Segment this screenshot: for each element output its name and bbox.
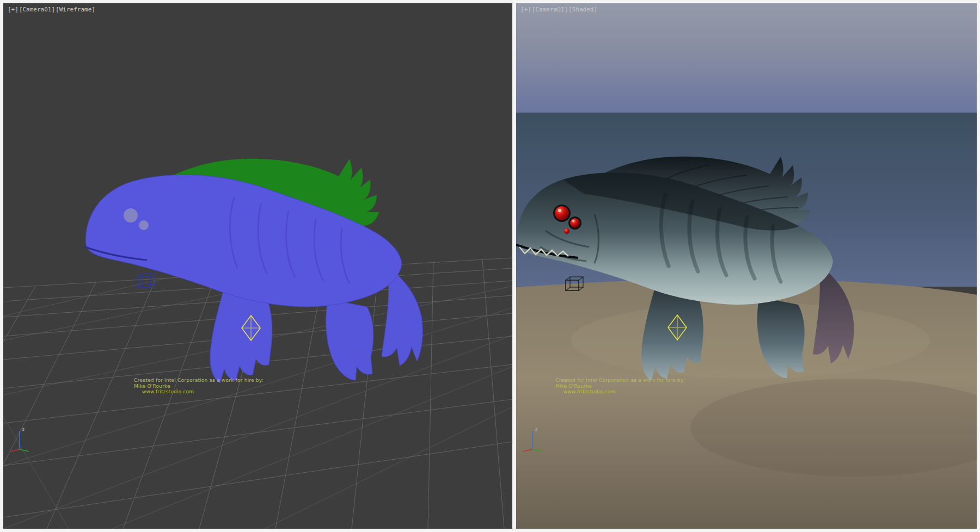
- axis-z-label: z: [535, 426, 537, 432]
- viewport-label: [+][Camera01][Wireframe]: [8, 6, 96, 13]
- sky-background: [516, 3, 977, 113]
- fish-eye: [124, 208, 138, 222]
- credit-line: Created for Intel Corporation as a work …: [134, 378, 264, 383]
- scene-credit-text: Created for Intel Corporation as a work …: [134, 378, 264, 395]
- viewport-shaded[interactable]: [+][Camera01][Shaded]: [516, 3, 977, 529]
- credit-line: Mike O'Rourke: [555, 383, 685, 389]
- point-helper-gizmo[interactable]: [665, 313, 690, 342]
- viewport-menu-button[interactable]: [+]: [8, 6, 19, 13]
- camera-menu-button[interactable]: [Camera01]: [532, 6, 568, 13]
- box-helper-gizmo[interactable]: [564, 275, 586, 294]
- credit-line: Mike O'Rourke: [134, 383, 264, 389]
- viewport-label: [+][Camera01][Shaded]: [520, 6, 598, 13]
- world-axis-tripod-icon: z: [9, 424, 34, 453]
- credit-line: Created for Intel Corporation as a work …: [555, 378, 685, 383]
- axis-z-label: z: [22, 426, 24, 432]
- world-axis-tripod-icon: z: [522, 424, 547, 453]
- shading-menu-button[interactable]: [Wireframe]: [56, 6, 95, 13]
- eye-highlight: [558, 209, 561, 212]
- credit-line: www.fritzstudio.com: [134, 389, 264, 395]
- scene-credit-text: Created for Intel Corporation as a work …: [555, 378, 685, 395]
- camera-menu-button[interactable]: [Camera01]: [19, 6, 55, 13]
- dual-viewport-stage: [+][Camera01][Wireframe]: [0, 0, 980, 532]
- fish-model-wireframe[interactable]: [82, 151, 430, 385]
- viewport-menu-button[interactable]: [+]: [520, 6, 531, 13]
- fish-eye-red: [555, 206, 569, 220]
- fish-model-shaded[interactable]: [516, 149, 861, 383]
- viewport-wireframe[interactable]: [+][Camera01][Wireframe]: [3, 3, 512, 529]
- fish-eye-red: [570, 218, 580, 228]
- fish-eye: [139, 220, 149, 230]
- point-helper-gizmo[interactable]: [238, 313, 264, 343]
- shading-menu-button[interactable]: [Shaded]: [568, 6, 597, 13]
- credit-line: www.fritzstudio.com: [555, 389, 685, 395]
- eye-highlight: [572, 220, 574, 222]
- fish-eye-red: [564, 228, 569, 234]
- box-helper-gizmo[interactable]: [136, 272, 158, 290]
